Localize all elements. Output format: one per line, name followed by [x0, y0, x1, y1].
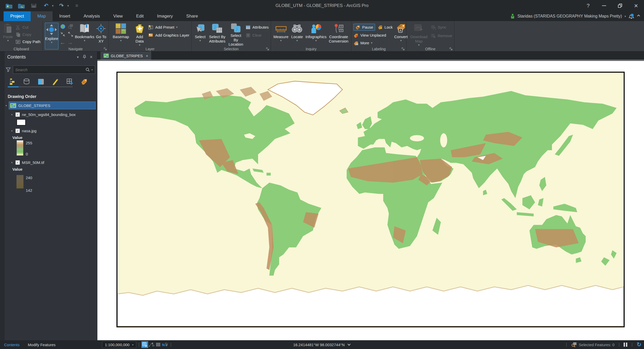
tab-view[interactable]: View: [107, 11, 130, 21]
filter-icon[interactable]: [6, 67, 11, 72]
paste-button[interactable]: Paste ▾: [2, 23, 14, 46]
tab-analysis[interactable]: Analysis: [77, 11, 107, 21]
select-by-attributes-button[interactable]: Select By Attributes: [208, 23, 226, 46]
bounding-box-symbol[interactable]: [16, 119, 26, 126]
clear-selection-button[interactable]: Clear: [245, 32, 269, 39]
fixed-zoom-in-button[interactable]: [60, 31, 66, 38]
lock-labels-button[interactable]: Lock: [378, 24, 393, 31]
coordinates-control[interactable]: 16.2414481°W 98.0032744°N: [293, 343, 351, 347]
add-preset-button[interactable]: Add Preset▾: [148, 24, 189, 31]
full-extent-button[interactable]: [60, 24, 66, 30]
close-button[interactable]: ×: [628, 0, 644, 11]
pause-drawing-button[interactable]: [624, 343, 627, 347]
list-by-editing-tab[interactable]: [51, 77, 60, 86]
tab-imagery[interactable]: Imagery: [150, 11, 180, 21]
layer-row-msr[interactable]: ▾ ✓ MSR_50M.tif: [5, 159, 97, 166]
infographics-button[interactable]: Infographics ▾: [305, 23, 327, 46]
navigate-launcher-icon[interactable]: [104, 47, 107, 51]
select-button[interactable]: Select ▾: [194, 23, 207, 46]
selection-launcher-icon[interactable]: [266, 47, 269, 51]
map-expand-icon[interactable]: ▾: [4, 103, 8, 107]
fixed-zoom-out-button[interactable]: [68, 31, 73, 38]
search-options-caret[interactable]: ▾: [91, 68, 93, 71]
pane-tab-contents[interactable]: Contents: [0, 343, 24, 347]
select-by-location-button[interactable]: Select By Location: [228, 23, 244, 46]
locate-button[interactable]: Locate ▾: [290, 23, 304, 46]
open-table-button[interactable]: [155, 341, 162, 348]
go-to-xy-button[interactable]: Go To XY: [96, 23, 106, 46]
collapse-ribbon-button[interactable]: [637, 14, 640, 19]
measure-button[interactable]: Measure ▾: [273, 23, 289, 46]
bounding-box-expand-icon[interactable]: ▾: [10, 112, 14, 117]
explore-button[interactable]: Explore ▾: [45, 23, 58, 49]
tab-insert[interactable]: Insert: [53, 11, 77, 21]
redo-dropdown[interactable]: ▾: [67, 4, 69, 7]
account-menu[interactable]: Staridas (STARIDAS GEOGRAPHY Making Maps…: [510, 11, 640, 21]
layer-row-bounding-box[interactable]: ▾ ✓ ne_50m_wgs84_bounding_box: [5, 111, 97, 118]
download-map-button[interactable]: Download Map ▾: [409, 23, 429, 46]
coordinate-conversion-button[interactable]: Coordinate Conversion: [328, 23, 349, 46]
sync-button[interactable]: Sync: [431, 24, 452, 31]
nasa-checkbox[interactable]: ✓: [15, 129, 20, 133]
list-by-selection-tab[interactable]: [37, 77, 45, 86]
attributes-button[interactable]: Attributes: [245, 24, 269, 31]
panel-pin-button[interactable]: [81, 55, 88, 59]
copy-button[interactable]: Copy: [15, 31, 40, 38]
layout-grid-button[interactable]: [141, 341, 148, 348]
open-project-button[interactable]: [17, 2, 26, 10]
restore-button[interactable]: [612, 0, 628, 11]
tab-edit[interactable]: Edit: [129, 11, 150, 21]
notifications-button[interactable]: [629, 13, 634, 19]
map-canvas[interactable]: [97, 61, 644, 340]
map-frame[interactable]: [116, 72, 625, 327]
nasa-expand-icon[interactable]: ▾: [10, 129, 14, 133]
list-by-snapping-tab[interactable]: [65, 77, 74, 86]
basemap-button[interactable]: Basemap ▾: [111, 23, 131, 46]
tab-share[interactable]: Share: [180, 11, 205, 21]
layer-row-nasa[interactable]: ▾ ✓ nasa.jpg: [5, 127, 97, 134]
undo-button[interactable]: ↶: [42, 2, 50, 10]
add-graphics-layer-button[interactable]: Add Graphics Layer: [148, 32, 189, 39]
msr-expand-icon[interactable]: ▾: [10, 160, 14, 164]
help-button[interactable]: ?: [580, 0, 596, 11]
minimize-button[interactable]: [596, 0, 612, 11]
tab-project[interactable]: Project: [4, 11, 31, 21]
tab-map[interactable]: Map: [31, 11, 53, 21]
new-project-button[interactable]: [5, 2, 13, 10]
map-scale-select[interactable]: 1:100,000,000 ▾: [102, 341, 136, 348]
copy-path-button[interactable]: Copy Path: [15, 38, 40, 45]
cut-button[interactable]: Cut: [15, 24, 40, 31]
add-data-button[interactable]: Add Data ▾: [132, 23, 147, 46]
previous-extent-button[interactable]: ←: [60, 40, 65, 45]
view-tab-globe-stripes[interactable]: GLOBE_STRIPES ×: [100, 52, 151, 60]
labeling-launcher-icon[interactable]: [401, 47, 405, 51]
list-by-drawing-order-tab[interactable]: [8, 77, 16, 86]
remove-button[interactable]: Remove: [431, 32, 452, 39]
bounding-box-checkbox[interactable]: ✓: [15, 112, 20, 117]
pause-labeling-button[interactable]: Pause: [353, 24, 375, 31]
refresh-button[interactable]: ↻: [637, 341, 641, 348]
layer-row-map[interactable]: GLOBE_STRIPES: [9, 102, 96, 109]
list-by-labeling-tab[interactable]: [80, 77, 89, 86]
convert-labels-button[interactable]: A Convert ▾: [394, 23, 408, 46]
panel-menu-caret[interactable]: ▾: [74, 55, 81, 59]
pane-tab-modify-features[interactable]: Modify Features: [24, 343, 60, 347]
redo-button[interactable]: ↷: [57, 2, 66, 10]
search-icon[interactable]: [86, 68, 90, 72]
view-tab-close-icon[interactable]: ×: [146, 54, 148, 58]
search-input[interactable]: [15, 68, 84, 72]
more-labeling-button[interactable]: More▾: [353, 39, 393, 46]
offline-launcher-icon[interactable]: [449, 47, 453, 51]
list-by-data-source-tab[interactable]: [22, 77, 31, 86]
panel-close-button[interactable]: ×: [88, 54, 95, 60]
zoom-selection-button[interactable]: [68, 24, 73, 30]
msr-checkbox[interactable]: ✓: [15, 160, 20, 165]
save-project-button[interactable]: [29, 2, 38, 10]
snapping-toggle-button[interactable]: [148, 341, 155, 348]
customize-qat-button[interactable]: ≡: [72, 2, 81, 10]
undo-dropdown[interactable]: ▾: [52, 4, 54, 7]
next-extent-button[interactable]: →: [67, 40, 73, 45]
view-unplaced-button[interactable]: View Unplaced: [353, 32, 393, 39]
north-arrow-button[interactable]: N: [162, 341, 168, 348]
bookmarks-button[interactable]: Bookmarks ▾: [75, 23, 94, 46]
